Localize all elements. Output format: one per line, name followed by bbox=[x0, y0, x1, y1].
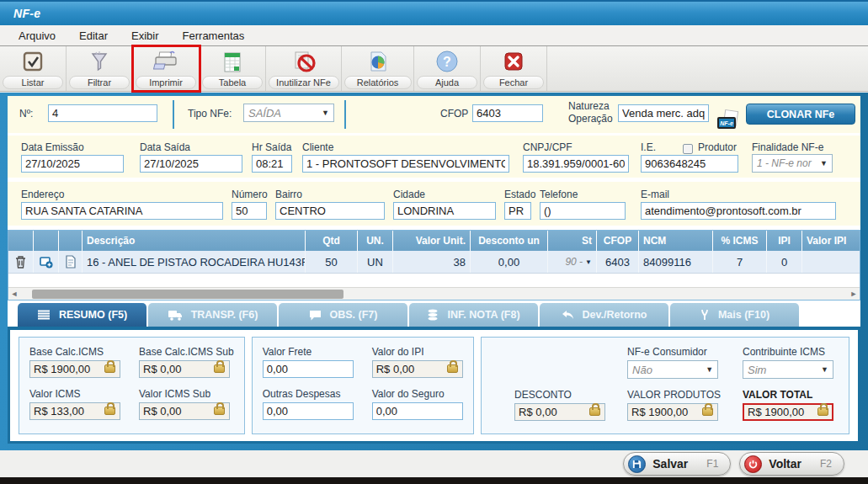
relatorios-button[interactable]: Relatórios bbox=[342, 46, 414, 91]
printer-icon bbox=[153, 48, 178, 75]
lock-icon bbox=[447, 364, 458, 373]
data-saida-label: Data Saída bbox=[140, 141, 190, 153]
cell-ncm: 84099116 bbox=[639, 251, 713, 273]
natureza-label-1: Natureza bbox=[568, 100, 610, 112]
base-icms-field: Base Calc.ICMS bbox=[29, 346, 120, 378]
numero-input[interactable] bbox=[48, 104, 157, 122]
inutilizar-nfe-button[interactable]: Inutilizar NFe bbox=[266, 46, 342, 91]
cell-ipi: 0 bbox=[767, 251, 802, 273]
col-ipi: IPI bbox=[767, 231, 802, 251]
despesas-input[interactable] bbox=[263, 402, 354, 420]
contribuinte-field: Contribuinte ICMS Sim ▼ bbox=[743, 346, 833, 379]
contribuinte-select[interactable]: Sim ▼ bbox=[743, 360, 833, 379]
ie-input[interactable] bbox=[641, 155, 738, 173]
tab-dev-retorno[interactable]: Dev./Retorno bbox=[540, 303, 668, 327]
consumidor-select[interactable]: Não ▼ bbox=[627, 360, 718, 379]
horizontal-scrollbar[interactable]: ◄ ► bbox=[8, 287, 860, 300]
filtrar-button[interactable]: Filtrar bbox=[67, 46, 133, 91]
lock-icon bbox=[702, 407, 713, 416]
estado-input[interactable] bbox=[504, 202, 531, 220]
edit-item-button[interactable] bbox=[59, 251, 83, 273]
totais-subpanel: NF-e Consumidor Não ▼ Contribuinte ICMS … bbox=[481, 337, 849, 434]
cliente-label: Cliente bbox=[302, 141, 333, 153]
power-icon bbox=[744, 455, 762, 473]
duplicate-item-button[interactable] bbox=[34, 251, 59, 273]
items-table-header: Descrição Qtd UN. Valor Unit. Desconto u… bbox=[8, 231, 860, 251]
natureza-input[interactable] bbox=[618, 104, 709, 122]
cidade-input[interactable] bbox=[393, 202, 496, 220]
tab-obs[interactable]: OBS. (F7) bbox=[279, 303, 407, 327]
trash-icon bbox=[14, 255, 27, 269]
email-input[interactable] bbox=[641, 202, 836, 220]
consumidor-field: NF-e Consumidor Não ▼ bbox=[627, 346, 721, 379]
tab-inf-nota[interactable]: INF. NOTA (F8) bbox=[409, 303, 538, 327]
lock-icon bbox=[817, 407, 828, 416]
cell-icms: 7 bbox=[713, 251, 767, 273]
finalidade-select[interactable]: 1 - NF-e nor ▼ bbox=[752, 154, 833, 173]
menu-ferramentas[interactable]: Ferramentas bbox=[171, 27, 257, 45]
endereco-input[interactable] bbox=[21, 202, 223, 220]
chevron-down-icon: ▼ bbox=[322, 109, 329, 117]
chevron-down-icon: ▼ bbox=[821, 365, 828, 374]
tab-resumo[interactable]: RESUMO (F5) bbox=[18, 303, 146, 327]
email-label: E-mail bbox=[641, 189, 669, 200]
seguro-input[interactable] bbox=[372, 402, 463, 420]
col-descricao: Descrição bbox=[83, 231, 306, 251]
clonar-nfe-button[interactable]: CLONAR NFe bbox=[746, 104, 855, 125]
menu-editar[interactable]: Editar bbox=[67, 27, 120, 45]
data-emissao-input[interactable] bbox=[21, 155, 124, 173]
data-saida-input[interactable] bbox=[140, 155, 242, 173]
cell-descricao: 16 - ANEL DE PISTAO ROCADEIRA HU143RII R… bbox=[83, 251, 306, 273]
table-row[interactable]: 16 - ANEL DE PISTAO ROCADEIRA HU143RII R… bbox=[8, 251, 860, 274]
cfop-input[interactable] bbox=[472, 104, 543, 122]
menu-exibir[interactable]: Exibir bbox=[120, 27, 171, 45]
numero-end-input[interactable] bbox=[232, 202, 267, 220]
tab-transp[interactable]: TRANSP. (F6) bbox=[148, 303, 277, 327]
delete-item-button[interactable] bbox=[8, 251, 34, 273]
tab-mais[interactable]: Mais (F10) bbox=[670, 303, 799, 327]
estado-label: Estado bbox=[504, 189, 535, 200]
valor-total-field: VALOR TOTAL bbox=[743, 389, 833, 421]
menu-arquivo[interactable]: Arquivo bbox=[7, 27, 67, 45]
close-icon bbox=[503, 48, 525, 75]
imprimir-button[interactable]: Imprimir bbox=[133, 46, 200, 91]
tabela-button[interactable]: Tabela bbox=[200, 46, 266, 91]
salvar-button[interactable]: Salvar F1 bbox=[623, 452, 731, 476]
tipo-nfe-select[interactable]: SAÍDA ▼ bbox=[243, 104, 334, 122]
desconto-field: DESCONTO bbox=[514, 389, 605, 421]
detail-tabs: RESUMO (F5) TRANSP. (F6) OBS. (F7) INF. … bbox=[8, 303, 860, 327]
fechar-button[interactable]: Fechar bbox=[481, 46, 547, 91]
telefone-input[interactable] bbox=[540, 202, 626, 220]
bairro-input[interactable] bbox=[275, 202, 385, 220]
base-icms-sub-field: Base Calc.ICMS Sub bbox=[139, 346, 234, 378]
produtor-checkbox[interactable] bbox=[683, 141, 693, 156]
scroll-left-icon[interactable]: ◄ bbox=[8, 290, 20, 298]
nfe-form-frame: Nº: Tipo NFe: SAÍDA ▼ CFOP Natureza Oper… bbox=[0, 93, 868, 450]
hr-saida-input[interactable] bbox=[252, 155, 292, 173]
cnpj-input[interactable] bbox=[523, 155, 629, 173]
chevron-down-icon: ▼ bbox=[706, 365, 713, 374]
scroll-right-icon[interactable]: ► bbox=[848, 290, 860, 298]
undo-arrow-icon bbox=[562, 310, 574, 320]
cidade-label: Cidade bbox=[393, 189, 425, 200]
ipi-field: Valor do IPI bbox=[372, 346, 463, 378]
frete-input[interactable] bbox=[263, 360, 354, 378]
spacer bbox=[514, 346, 605, 379]
toolbar: Listar Filtrar Imprimir Tabela Inutiliza… bbox=[0, 46, 868, 92]
col-actions-3 bbox=[59, 231, 83, 251]
st-select[interactable]: 90 - ▼ bbox=[548, 251, 597, 273]
listar-button[interactable]: Listar bbox=[0, 46, 67, 91]
lock-icon bbox=[589, 407, 600, 416]
chevron-down-icon: ▼ bbox=[585, 258, 592, 266]
scrollbar-thumb[interactable] bbox=[32, 290, 343, 299]
finalidade-label: Finalidade NF-e bbox=[752, 141, 823, 153]
cliente-input[interactable] bbox=[302, 155, 509, 173]
col-cfop: CFOP bbox=[597, 231, 639, 251]
cell-desconto: 0,00 bbox=[471, 251, 548, 273]
pie-chart-icon bbox=[366, 48, 390, 75]
icms-subpanel: Base Calc.ICMS Base Calc.ICMS Sub Valor … bbox=[19, 337, 245, 434]
ajuda-button[interactable]: ? Ajuda bbox=[414, 46, 481, 91]
voltar-button[interactable]: Voltar F2 bbox=[739, 452, 844, 476]
lock-icon bbox=[104, 407, 115, 415]
col-ncm: NCM bbox=[639, 231, 713, 251]
